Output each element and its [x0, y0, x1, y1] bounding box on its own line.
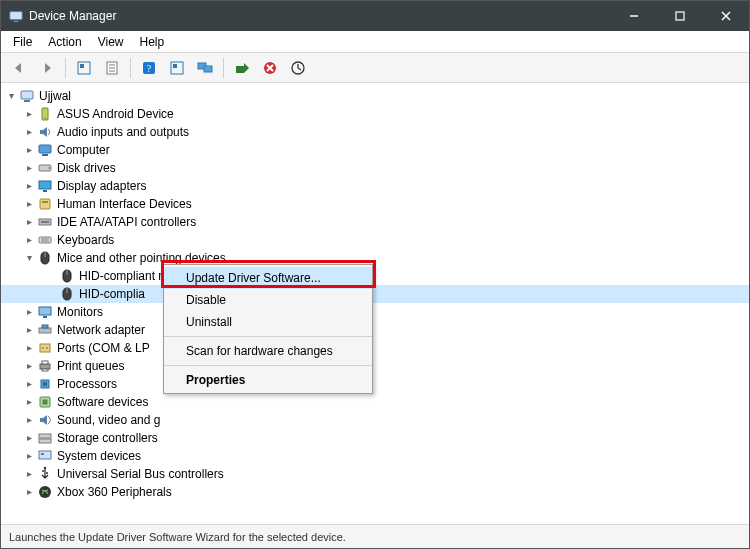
usb-icon — [37, 466, 53, 482]
tree-node-label: Keyboards — [57, 231, 114, 249]
chevron-right-icon[interactable]: ▸ — [23, 198, 35, 210]
tree-category[interactable]: ▸Human Interface Devices — [1, 195, 749, 213]
context-menu-item-update-driver[interactable]: Update Driver Software... — [164, 267, 372, 289]
computer-icon — [37, 142, 53, 158]
cpu-icon — [37, 376, 53, 392]
context-menu-item-properties[interactable]: Properties — [164, 369, 372, 391]
uninstall-icon[interactable] — [258, 56, 282, 80]
svg-point-61 — [39, 486, 51, 498]
titlebar[interactable]: Device Manager — [1, 1, 749, 31]
ports-icon — [37, 340, 53, 356]
properties-icon[interactable] — [100, 56, 124, 80]
tree-category[interactable]: ▸Display adapters — [1, 177, 749, 195]
tree-node-label: Human Interface Devices — [57, 195, 192, 213]
chevron-right-icon[interactable]: ▸ — [23, 432, 35, 444]
forward-icon[interactable] — [35, 56, 59, 80]
chevron-right-icon[interactable]: ▸ — [23, 216, 35, 228]
tree-node-label: Ports (COM & LP — [57, 339, 150, 357]
enable-icon[interactable] — [230, 56, 254, 80]
tree-category[interactable]: ▸Sound, video and g — [1, 411, 749, 429]
chevron-right-icon[interactable]: ▸ — [23, 342, 35, 354]
tree-node-label: Universal Serial Bus controllers — [57, 465, 224, 483]
svg-rect-46 — [40, 344, 50, 352]
chevron-right-icon[interactable]: ▸ — [23, 486, 35, 498]
tree-category[interactable]: ▸Ports (COM & LP — [1, 339, 749, 357]
chevron-right-icon[interactable]: ▸ — [23, 234, 35, 246]
tree-root[interactable]: ▾Ujjwal — [1, 87, 749, 105]
tree-category[interactable]: ▸Universal Serial Bus controllers — [1, 465, 749, 483]
svg-rect-36 — [39, 237, 51, 243]
menu-action[interactable]: Action — [40, 33, 89, 51]
update-driver-icon[interactable] — [286, 56, 310, 80]
menu-help[interactable]: Help — [132, 33, 173, 51]
menubar: File Action View Help — [1, 31, 749, 53]
tree-category[interactable]: ▸ASUS Android Device — [1, 105, 749, 123]
svg-rect-42 — [39, 307, 51, 315]
tree-node-label: Storage controllers — [57, 429, 158, 447]
device-manager-window: Device Manager File Action View Help ? ▾… — [0, 0, 750, 549]
device-tree-pane[interactable]: ▾Ujjwal▸ASUS Android Device▸Audio inputs… — [1, 83, 749, 524]
help-icon[interactable]: ? — [137, 56, 161, 80]
tree-category[interactable]: ▸Disk drives — [1, 159, 749, 177]
hid-icon — [37, 196, 53, 212]
svg-point-48 — [46, 347, 48, 349]
context-menu-item-scan-hardware[interactable]: Scan for hardware changes — [164, 340, 372, 362]
chevron-down-icon[interactable]: ▾ — [23, 252, 35, 264]
svg-rect-56 — [39, 434, 51, 438]
svg-point-29 — [48, 167, 50, 169]
chevron-down-icon[interactable]: ▾ — [5, 90, 17, 102]
close-button[interactable] — [703, 1, 749, 31]
context-menu-item-uninstall[interactable]: Uninstall — [164, 311, 372, 333]
tree-category[interactable]: ▸Network adapter — [1, 321, 749, 339]
tree-category[interactable]: ▸Storage controllers — [1, 429, 749, 447]
tree-category[interactable]: ▸Computer — [1, 141, 749, 159]
tree-category[interactable]: ▸IDE ATA/ATAPI controllers — [1, 213, 749, 231]
context-menu-item-disable[interactable]: Disable — [164, 289, 372, 311]
show-hidden-icon[interactable] — [72, 56, 96, 80]
maximize-button[interactable] — [657, 1, 703, 31]
tree-device[interactable]: HID-complia — [1, 285, 749, 303]
chevron-right-icon[interactable]: ▸ — [23, 360, 35, 372]
svg-rect-0 — [10, 12, 22, 20]
svg-point-60 — [44, 467, 46, 469]
tree-category[interactable]: ▸Processors — [1, 375, 749, 393]
tree-device[interactable]: HID-compliant mouse — [1, 267, 749, 285]
chevron-right-icon[interactable]: ▸ — [23, 414, 35, 426]
chevron-right-icon[interactable]: ▸ — [23, 378, 35, 390]
root-icon — [19, 88, 35, 104]
scan-monitors-icon[interactable] — [193, 56, 217, 80]
svg-rect-55 — [43, 400, 48, 405]
chevron-right-icon[interactable]: ▸ — [23, 162, 35, 174]
network-icon — [37, 322, 53, 338]
chevron-right-icon[interactable]: ▸ — [23, 306, 35, 318]
minimize-button[interactable] — [611, 1, 657, 31]
toolbar-separator — [130, 58, 131, 78]
chevron-right-icon[interactable]: ▸ — [23, 126, 35, 138]
svg-rect-16 — [204, 66, 212, 72]
tree-category[interactable]: ▸Xbox 360 Peripherals — [1, 483, 749, 501]
tree-category[interactable]: ▸Keyboards — [1, 231, 749, 249]
chevron-right-icon[interactable]: ▸ — [23, 108, 35, 120]
chevron-right-icon[interactable]: ▸ — [23, 396, 35, 408]
xbox-icon — [37, 484, 53, 500]
svg-text:?: ? — [147, 63, 152, 74]
chevron-right-icon[interactable]: ▸ — [23, 324, 35, 336]
menu-file[interactable]: File — [5, 33, 40, 51]
chevron-right-icon[interactable]: ▸ — [23, 468, 35, 480]
tree-category[interactable]: ▸Software devices — [1, 393, 749, 411]
menu-view[interactable]: View — [90, 33, 132, 51]
tree-category[interactable]: ▸Audio inputs and outputs — [1, 123, 749, 141]
back-icon[interactable] — [7, 56, 31, 80]
chevron-right-icon[interactable]: ▸ — [23, 180, 35, 192]
tree-category[interactable]: ▸Print queues — [1, 357, 749, 375]
tree-category[interactable]: ▾Mice and other pointing devices — [1, 249, 749, 267]
chevron-right-icon[interactable]: ▸ — [23, 144, 35, 156]
device-manager-icon — [9, 9, 23, 23]
tree-category[interactable]: ▸Monitors — [1, 303, 749, 321]
svg-rect-26 — [39, 145, 51, 153]
tree-category[interactable]: ▸System devices — [1, 447, 749, 465]
refresh-icon[interactable] — [165, 56, 189, 80]
svg-rect-30 — [39, 181, 51, 189]
statusbar-text: Launches the Update Driver Software Wiza… — [9, 531, 346, 543]
chevron-right-icon[interactable]: ▸ — [23, 450, 35, 462]
